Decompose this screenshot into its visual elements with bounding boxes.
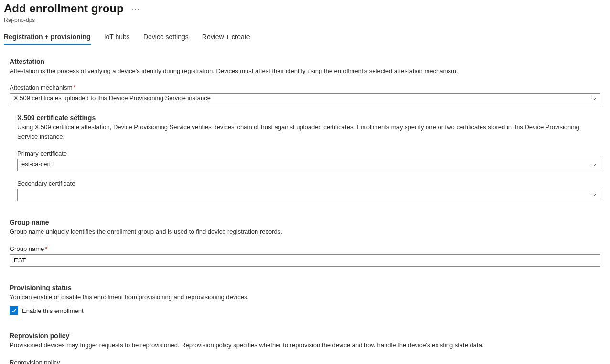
tab-device-settings[interactable]: Device settings bbox=[143, 33, 189, 44]
provisioning-status-desc: You can enable or disable this enrollmen… bbox=[10, 292, 600, 302]
page-subtitle: Raj-pnp-dps bbox=[4, 17, 606, 23]
tab-review-create[interactable]: Review + create bbox=[202, 33, 250, 44]
secondary-certificate-value bbox=[17, 189, 600, 201]
enable-enrollment-label: Enable this enrollment bbox=[22, 307, 84, 314]
attestation-mechanism-label: Attestation mechanism* bbox=[10, 84, 600, 91]
required-indicator: * bbox=[45, 245, 47, 252]
primary-certificate-value: est-ca-cert bbox=[17, 159, 600, 171]
reprovision-policy-label: Reprovision policy bbox=[10, 359, 600, 364]
secondary-certificate-label: Secondary certificate bbox=[17, 180, 600, 187]
attestation-mechanism-value: X.509 certificates uploaded to this Devi… bbox=[10, 93, 600, 105]
more-button[interactable]: ··· bbox=[131, 4, 140, 13]
required-indicator: * bbox=[74, 84, 76, 91]
primary-certificate-select[interactable]: est-ca-cert bbox=[17, 159, 600, 171]
group-name-input[interactable] bbox=[10, 254, 600, 267]
reprovision-policy-title: Reprovision policy bbox=[10, 332, 600, 340]
tab-iot-hubs[interactable]: IoT hubs bbox=[104, 33, 130, 44]
x509-title: X.509 certificate settings bbox=[17, 114, 600, 122]
tab-registration-provisioning[interactable]: Registration + provisioning bbox=[4, 33, 91, 44]
attestation-mechanism-select[interactable]: X.509 certificates uploaded to this Devi… bbox=[10, 93, 600, 105]
tab-bar: Registration + provisioning IoT hubs Dev… bbox=[4, 33, 606, 44]
enable-enrollment-checkbox[interactable] bbox=[10, 306, 18, 315]
x509-desc: Using X.509 certificate attestation, Dev… bbox=[17, 123, 600, 141]
primary-certificate-label: Primary certificate bbox=[17, 150, 600, 157]
provisioning-status-title: Provisioning status bbox=[10, 284, 600, 291]
group-name-desc: Group name uniquely identifies the enrol… bbox=[10, 227, 600, 237]
secondary-certificate-select[interactable] bbox=[17, 189, 600, 201]
group-name-label: Group name* bbox=[10, 245, 600, 252]
attestation-desc: Attestation is the process of verifying … bbox=[10, 66, 600, 76]
page-title: Add enrollment group bbox=[4, 2, 124, 16]
group-name-title: Group name bbox=[10, 218, 600, 226]
attestation-title: Attestation bbox=[10, 58, 600, 65]
reprovision-policy-desc: Provisioned devices may trigger requests… bbox=[10, 341, 600, 350]
